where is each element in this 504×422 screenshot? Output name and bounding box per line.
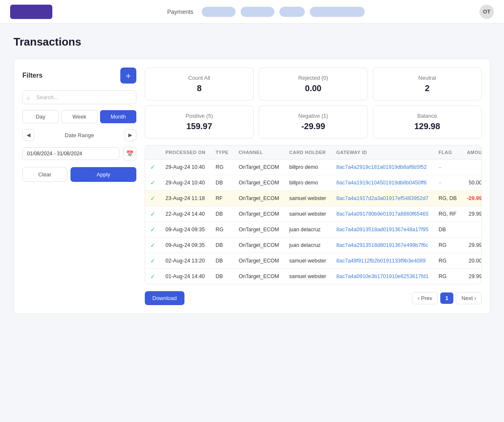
stat-card: Rejected (0)0.00 bbox=[259, 68, 368, 100]
gateway-link[interactable]: 8ac7a4a091780b9e01917a8860f65465 bbox=[336, 211, 428, 217]
gateway-link[interactable]: 8ac7a4a1919c104501919db8b0450ff6 bbox=[336, 180, 427, 186]
row-channel: OnTarget_ECOM bbox=[233, 253, 284, 269]
row-gateway-id[interactable]: 8ac7a49f9112fb2b0191133f9b3e4089 bbox=[331, 253, 434, 269]
row-processed-on: 09-Aug-24 09:35 bbox=[160, 238, 211, 253]
table-row[interactable]: ✓22-Aug-24 14:40DBOnTarget_ECOMsamuel we… bbox=[145, 206, 481, 222]
table-row[interactable]: ✓29-Aug-24 10:40DBOnTarget_ECOMbillpro d… bbox=[145, 175, 481, 191]
stat-card: Balance129.98 bbox=[373, 106, 482, 138]
stat-card: Neutral2 bbox=[373, 68, 482, 100]
row-amount: -29.99 EUR bbox=[462, 191, 481, 206]
row-gateway-id[interactable]: 8ac7a4a0913518ad0191367e48a17f95 bbox=[331, 222, 434, 238]
header-nav-pill-2[interactable] bbox=[241, 7, 274, 17]
gateway-link[interactable]: 8ac7a4a2913518d80191367e499b7f6c bbox=[336, 242, 428, 248]
gateway-link[interactable]: 8ac7a4a0913518ad0191367e48a17f95 bbox=[336, 227, 428, 233]
stat-value: 159.97 bbox=[154, 122, 245, 131]
stat-label: Negative (1) bbox=[268, 113, 359, 119]
stat-value: 8 bbox=[154, 84, 245, 93]
row-card-holder: samuel webster bbox=[284, 191, 331, 206]
period-month-button[interactable]: Month bbox=[100, 110, 136, 123]
flag-dash: – bbox=[439, 164, 442, 170]
row-gateway-id[interactable]: 8ac7a4a1917d2a3a01917ef5483952d7 bbox=[331, 191, 434, 206]
row-channel: OnTarget_ECOM bbox=[233, 269, 284, 284]
table-row[interactable]: ✓09-Aug-24 09:35RGOnTarget_ECOMjuan dela… bbox=[145, 222, 481, 238]
date-input[interactable] bbox=[22, 147, 119, 160]
header-nav-pill-1[interactable] bbox=[202, 7, 236, 17]
page: Transactions Filters ＋ ⌕ Day Week Month bbox=[0, 24, 504, 326]
table-header: PROCESSED ONTYPECHANNELCARD HOLDERGATEWA… bbox=[145, 146, 481, 160]
row-card-holder: samuel webster bbox=[284, 206, 331, 222]
period-week-button[interactable]: Week bbox=[61, 110, 98, 123]
header-nav-pill-4[interactable] bbox=[310, 7, 365, 17]
filter-action-buttons: Clear Apply bbox=[22, 167, 136, 182]
gateway-link[interactable]: 8ac7a4a2919c181a01919db8af6b5f52 bbox=[336, 164, 427, 170]
date-next-button[interactable]: ▶ bbox=[125, 129, 136, 141]
add-filter-button[interactable]: ＋ bbox=[120, 68, 136, 84]
row-processed-on: 22-Aug-24 14:40 bbox=[160, 206, 211, 222]
avatar[interactable]: OT bbox=[480, 5, 494, 19]
row-gateway-id[interactable]: 8ac7a4a1919c104501919db8b0450ff6 bbox=[331, 175, 434, 191]
row-gateway-id[interactable]: 8ac7a4a2913518d80191367e499b7f6c bbox=[331, 238, 434, 253]
row-flag: – bbox=[434, 160, 462, 175]
next-page-button[interactable]: Next › bbox=[456, 292, 482, 304]
amount-negative: -29.99 EUR bbox=[467, 195, 481, 201]
row-check: ✓ bbox=[145, 191, 160, 206]
check-icon: ✓ bbox=[150, 242, 155, 249]
row-card-holder: billpro demo bbox=[284, 175, 331, 191]
row-amount: 29.99 EUR bbox=[462, 238, 481, 253]
gateway-link[interactable]: 8ac7a4a0910e3b1701910e6253617fd1 bbox=[336, 273, 428, 279]
row-gateway-id[interactable]: 8ac7a4a0910e3b1701910e6253617fd1 bbox=[331, 269, 434, 284]
table-scroll: PROCESSED ONTYPECHANNELCARD HOLDERGATEWA… bbox=[145, 146, 481, 284]
stat-card: Count All8 bbox=[145, 68, 254, 100]
row-card-holder: juan delacruz bbox=[284, 222, 331, 238]
row-check: ✓ bbox=[145, 238, 160, 253]
row-gateway-id[interactable]: 8ac7a4a091780b9e01917a8860f65465 bbox=[331, 206, 434, 222]
row-channel: OnTarget_ECOM bbox=[233, 175, 284, 191]
footer-row: Download ‹ Prev 1 Next › bbox=[145, 291, 482, 305]
row-flag: RG, RF bbox=[434, 206, 462, 222]
date-prev-button[interactable]: ◀ bbox=[22, 129, 34, 141]
header-nav-pill-3[interactable] bbox=[279, 7, 305, 17]
stat-label: Neutral bbox=[382, 75, 473, 81]
check-icon: ✓ bbox=[150, 257, 155, 264]
row-type: RG bbox=[211, 222, 234, 238]
table-col-header: CHANNEL bbox=[233, 146, 284, 160]
gateway-link[interactable]: 8ac7a4a1917d2a3a01917ef5483952d7 bbox=[336, 195, 428, 201]
row-processed-on: 09-Aug-24 09:35 bbox=[160, 222, 211, 238]
row-check: ✓ bbox=[145, 253, 160, 269]
table-body: ✓29-Aug-24 10:40RGOnTarget_ECOMbillpro d… bbox=[145, 160, 481, 284]
apply-button[interactable]: Apply bbox=[70, 167, 136, 182]
period-day-button[interactable]: Day bbox=[22, 110, 59, 123]
check-icon: ✓ bbox=[150, 195, 155, 202]
content-wrapper: Filters ＋ ⌕ Day Week Month ◀ Date Range … bbox=[14, 59, 490, 314]
table-col-header: TYPE bbox=[211, 146, 234, 160]
row-processed-on: 23-Aug-24 11:18 bbox=[160, 191, 211, 206]
row-processed-on: 02-Aug-24 13:20 bbox=[160, 253, 211, 269]
row-channel: OnTarget_ECOM bbox=[233, 160, 284, 175]
download-button[interactable]: Download bbox=[145, 291, 184, 305]
pagination: ‹ Prev 1 Next › bbox=[412, 292, 482, 304]
row-check: ✓ bbox=[145, 175, 160, 191]
gateway-link[interactable]: 8ac7a49f9112fb2b0191133f9b3e4089 bbox=[336, 258, 425, 264]
stat-value: 0.00 bbox=[268, 84, 359, 93]
row-check: ✓ bbox=[145, 160, 160, 175]
header-nav: Payments bbox=[59, 7, 473, 17]
calendar-button[interactable]: 📅 bbox=[123, 147, 136, 160]
clear-button[interactable]: Clear bbox=[22, 167, 67, 182]
row-card-holder: billpro demo bbox=[284, 160, 331, 175]
filters-title: Filters bbox=[22, 72, 43, 79]
prev-page-button[interactable]: ‹ Prev bbox=[412, 292, 438, 304]
table-row[interactable]: ✓02-Aug-24 13:20DBOnTarget_ECOMsamuel we… bbox=[145, 253, 481, 269]
table-row[interactable]: ✓01-Aug-24 14:40DBOnTarget_ECOMsamuel we… bbox=[145, 269, 481, 284]
row-flag: RG bbox=[434, 238, 462, 253]
row-type: DB bbox=[211, 269, 234, 284]
table-row[interactable]: ✓23-Aug-24 11:18RFOnTarget_ECOMsamuel we… bbox=[145, 191, 481, 206]
stat-value: -29.99 bbox=[268, 122, 359, 131]
row-processed-on: 29-Aug-24 10:40 bbox=[160, 160, 211, 175]
search-input[interactable] bbox=[22, 90, 136, 104]
row-type: DB bbox=[211, 175, 234, 191]
table-row[interactable]: ✓29-Aug-24 10:40RGOnTarget_ECOMbillpro d… bbox=[145, 160, 481, 175]
row-gateway-id[interactable]: 8ac7a4a2919c181a01919db8af6b5f52 bbox=[331, 160, 434, 175]
table-row[interactable]: ✓09-Aug-24 09:35DBOnTarget_ECOMjuan dela… bbox=[145, 238, 481, 253]
stat-value: 129.98 bbox=[382, 122, 473, 131]
row-type: RG bbox=[211, 160, 234, 175]
